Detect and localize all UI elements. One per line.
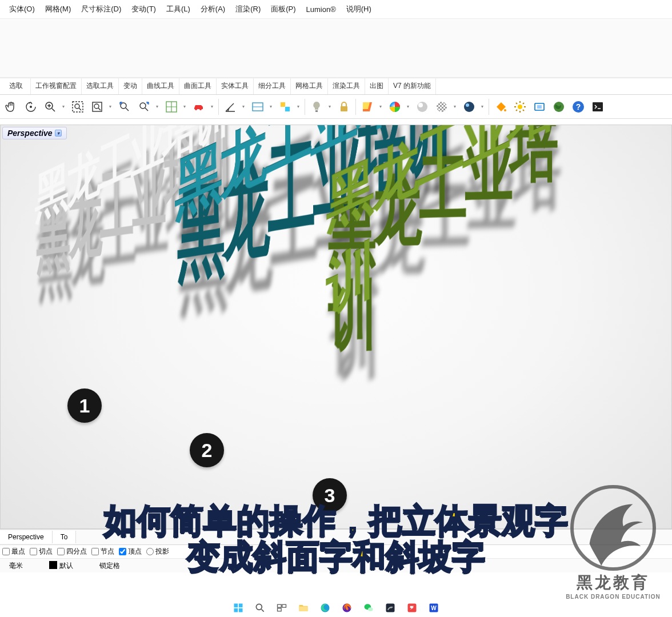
osnap-vertex[interactable]: 顶点	[119, 547, 142, 556]
pan-hand-icon[interactable]	[2, 98, 21, 116]
dropdown-arrow-icon[interactable]: ▾	[154, 104, 160, 109]
menu-item-transform[interactable]: 变动(T)	[131, 4, 156, 14]
lightbulb-icon[interactable]	[307, 98, 326, 116]
dropdown-arrow-icon[interactable]: ▾	[452, 104, 458, 109]
zoom-dynamic-icon[interactable]	[41, 98, 59, 116]
rotate-view-icon[interactable]	[22, 98, 40, 116]
zoom-extents-icon[interactable]	[88, 98, 106, 116]
viewport-dropdown-icon[interactable]: ▾	[55, 130, 62, 137]
dropdown-arrow-icon[interactable]: ▾	[107, 104, 113, 109]
help-icon[interactable]: ?	[569, 98, 587, 116]
menu-item-help[interactable]: 说明(H)	[346, 4, 371, 14]
model-object-3[interactable]: 黑龙工业培训	[326, 125, 595, 332]
zoom-window-icon[interactable]	[69, 98, 87, 116]
dropdown-arrow-icon[interactable]: ▾	[327, 104, 333, 109]
svg-rect-37	[299, 607, 308, 611]
tooltab-drafting[interactable]: 出图	[365, 78, 389, 94]
svg-rect-12	[315, 110, 318, 112]
viewport-title[interactable]: Perspective ▾	[2, 127, 67, 139]
task-view-icon[interactable]	[274, 600, 290, 616]
tooltab-render-tools[interactable]: 渲染工具	[328, 78, 365, 94]
svg-point-7	[140, 103, 146, 109]
svg-point-21	[466, 103, 469, 107]
paintbucket-icon[interactable]	[491, 98, 510, 116]
menu-bar: 实体(O) 网格(M) 尺寸标注(D) 变动(T) 工具(L) 分析(A) 渲染…	[0, 0, 672, 18]
terminal-icon[interactable]	[589, 98, 607, 116]
windows-taskbar: W	[0, 599, 672, 617]
menu-item-panels[interactable]: 面板(P)	[271, 4, 295, 14]
dropdown-arrow-icon[interactable]: ▾	[378, 104, 383, 109]
lock-icon[interactable]	[335, 98, 353, 116]
dropdown-arrow-icon[interactable]: ▾	[295, 104, 301, 109]
undo-view-icon[interactable]	[115, 98, 134, 116]
svg-point-23	[518, 105, 522, 109]
wechat-icon[interactable]	[361, 600, 377, 616]
tooltab-subd-tools[interactable]: 细分工具	[254, 78, 291, 94]
dropdown-arrow-icon[interactable]: ▾	[209, 104, 215, 109]
menu-item-lumion[interactable]: Lumion®	[306, 5, 336, 14]
tooltab-select-tools[interactable]: 选取工具	[82, 78, 119, 94]
globe-icon[interactable]	[550, 98, 568, 116]
windows-start-icon[interactable]	[230, 600, 246, 616]
rhino-icon[interactable]	[382, 600, 398, 616]
dropdown-arrow-icon[interactable]: ▾	[479, 104, 485, 109]
angle-icon[interactable]	[221, 98, 239, 116]
firefox-icon[interactable]	[339, 600, 355, 616]
svg-point-5	[94, 104, 99, 109]
menu-item-analyze[interactable]: 分析(A)	[201, 4, 225, 14]
tooltab-surface-tools[interactable]: 曲面工具	[179, 78, 217, 94]
osnap-end[interactable]: 最点	[2, 547, 25, 556]
dropdown-arrow-icon[interactable]: ▾	[268, 104, 274, 109]
osnap-project[interactable]: 投影	[146, 547, 169, 556]
cplane-icon[interactable]	[162, 98, 181, 116]
menu-item-dimension[interactable]: 尺寸标注(D)	[81, 4, 121, 14]
corner-icon[interactable]	[276, 98, 294, 116]
svg-rect-31	[234, 608, 238, 612]
osnap-quad[interactable]: 四分点	[57, 547, 87, 556]
svg-rect-11	[285, 107, 290, 111]
viewport-perspective[interactable]: 黑龙工业培训 黑龙工业培训 黑龙工业培训	[0, 125, 672, 529]
search-icon[interactable]	[252, 600, 268, 616]
menu-item-tools[interactable]: 工具(L)	[166, 4, 190, 14]
tooltab-transform[interactable]: 变动	[119, 78, 142, 94]
redo-view-icon[interactable]	[135, 98, 153, 116]
label-badge-3: 3	[313, 478, 347, 512]
ribbon-spacer	[0, 18, 672, 78]
svg-rect-29	[234, 604, 238, 608]
dropdown-arrow-icon[interactable]: ▾	[405, 104, 411, 109]
align-icon[interactable]	[530, 98, 549, 116]
viewport-tab-top[interactable]: To	[53, 531, 77, 543]
menu-item-mesh[interactable]: 网格(M)	[45, 4, 71, 14]
tooltab-viewport-layout[interactable]: 工作视窗配置	[31, 78, 82, 94]
edge-icon[interactable]	[317, 600, 333, 616]
osnap-knot[interactable]: 节点	[91, 547, 114, 556]
tooltab-solid-tools[interactable]: 实体工具	[217, 78, 254, 94]
menu-item-render[interactable]: 渲染(R)	[235, 4, 261, 14]
osnap-tan[interactable]: 切点	[30, 547, 53, 556]
explorer-icon[interactable]	[295, 600, 311, 616]
gear-sun-icon[interactable]	[511, 98, 529, 116]
layer-swatch-icon[interactable]	[358, 98, 377, 116]
uv-sphere-icon[interactable]	[433, 98, 451, 116]
dropdown-arrow-icon[interactable]: ▾	[182, 104, 187, 109]
svg-point-0	[30, 106, 32, 108]
sphere-shade-icon[interactable]	[413, 98, 431, 116]
menu-item-solid[interactable]: 实体(O)	[9, 4, 35, 14]
svg-rect-34	[278, 604, 282, 607]
rect-layout-icon[interactable]	[249, 98, 267, 116]
car-icon[interactable]	[190, 98, 208, 116]
svg-point-22	[504, 109, 506, 111]
word-icon[interactable]: W	[426, 600, 442, 616]
color-wheel-icon[interactable]	[386, 98, 404, 116]
tooltab-v7-new[interactable]: V7 的新功能	[389, 78, 436, 94]
status-layer[interactable]: 默认	[49, 561, 73, 571]
status-gridlock[interactable]: 锁定格	[99, 561, 120, 571]
tooltab-curve-tools[interactable]: 曲线工具	[142, 78, 179, 94]
converter-icon[interactable]	[404, 600, 420, 616]
dropdown-arrow-icon[interactable]: ▾	[241, 104, 246, 109]
viewport-tab-perspective[interactable]: Perspective	[0, 531, 53, 543]
render-sphere-icon[interactable]	[460, 98, 478, 116]
tooltab-select[interactable]: 选取	[1, 78, 31, 94]
tooltab-mesh-tools[interactable]: 网格工具	[291, 78, 328, 94]
dropdown-arrow-icon[interactable]: ▾	[61, 104, 66, 109]
